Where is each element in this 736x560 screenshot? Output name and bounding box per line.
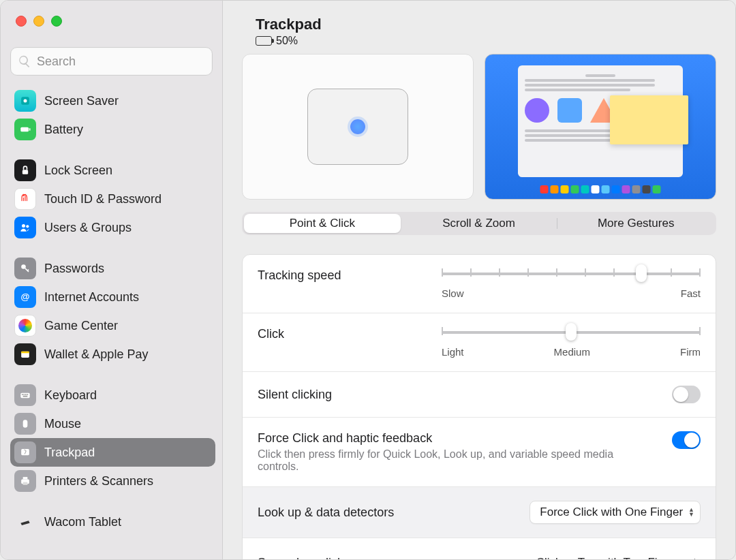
row-silent-clicking: Silent clicking: [243, 372, 716, 418]
sidebar-item-label: Battery: [44, 123, 83, 137]
svg-rect-16: [23, 396, 28, 397]
touch-indicator: [350, 119, 365, 134]
sidebar-item-label: Wacom Tablet: [44, 515, 121, 529]
force-click-switch[interactable]: [672, 431, 701, 449]
battery-level-icon: [256, 36, 272, 46]
click-slider[interactable]: Light Medium Firm: [442, 327, 701, 358]
sidebar: Screen Saver Battery Lock Screen Touch I…: [1, 1, 223, 559]
svg-point-1: [24, 99, 27, 103]
tab-label: More Gestures: [598, 217, 674, 230]
sidebar-item-touch-id[interactable]: Touch ID & Password: [10, 185, 215, 213]
secondary-click-select[interactable]: Click or Tap with Two Fingers ▲▼: [527, 552, 701, 559]
svg-rect-11: [20, 393, 29, 399]
svg-point-6: [26, 225, 29, 228]
chevron-up-down-icon: ▲▼: [692, 558, 698, 559]
svg-rect-21: [23, 482, 28, 485]
zoom-button[interactable]: [51, 16, 62, 27]
search-field[interactable]: [10, 47, 213, 76]
row-tracking-speed: Tracking speed Slow Fast: [243, 255, 716, 313]
battery-percent: 50%: [276, 35, 298, 47]
select-value: Force Click with One Finger: [540, 505, 683, 519]
sidebar-item-game-center[interactable]: Game Center: [10, 311, 215, 340]
gamecenter-icon: [14, 315, 36, 337]
look-up-select[interactable]: Force Click with One Finger ▲▼: [530, 501, 701, 524]
force-click-label: Force Click and haptic feedback: [258, 431, 639, 446]
trackpad-icon: [14, 441, 36, 463]
sidebar-item-printers[interactable]: Printers & Scanners: [10, 467, 215, 495]
keyboard-icon: [14, 384, 36, 406]
settings-panel: Tracking speed Slow Fast Click: [242, 254, 716, 559]
svg-rect-15: [27, 394, 29, 395]
tab-more-gestures[interactable]: More Gestures: [557, 214, 714, 233]
svg-point-7: [21, 264, 26, 269]
gesture-preview: [485, 54, 716, 200]
sidebar-item-label: Internet Accounts: [44, 290, 139, 305]
sidebar-item-label: Passwords: [44, 262, 104, 276]
sidebar-item-label: Trackpad: [44, 446, 95, 460]
sidebar-item-label: Keyboard: [44, 388, 97, 403]
tab-point-click[interactable]: Point & Click: [244, 214, 401, 233]
key-icon: [14, 258, 36, 279]
sidebar-item-wallet[interactable]: Wallet & Apple Pay: [10, 340, 215, 369]
sidebar-item-passwords[interactable]: Passwords: [10, 254, 215, 283]
look-up-label: Look up & data detectors: [258, 505, 394, 520]
sidebar-item-label: Mouse: [44, 417, 81, 431]
sidebar-item-screen-saver[interactable]: Screen Saver: [10, 87, 215, 115]
page-header: Trackpad 50%: [256, 16, 716, 47]
trackpad-shape: [307, 89, 408, 165]
tab-label: Scroll & Zoom: [442, 217, 515, 230]
dock-icons: [540, 185, 661, 193]
secondary-click-label: Secondary click: [258, 556, 343, 560]
sidebar-list: Screen Saver Battery Lock Screen Touch I…: [1, 84, 222, 559]
sidebar-item-keyboard[interactable]: Keyboard: [10, 381, 215, 409]
chevron-up-down-icon: ▲▼: [688, 508, 694, 517]
sidebar-item-users-groups[interactable]: Users & Groups: [10, 213, 215, 242]
search-input[interactable]: [37, 55, 205, 69]
sidebar-item-label: Touch ID & Password: [44, 192, 162, 206]
sidebar-item-battery[interactable]: Battery: [10, 115, 215, 144]
sidebar-item-label: Lock Screen: [44, 164, 112, 178]
sidebar-item-mouse[interactable]: Mouse: [10, 409, 215, 438]
sidebar-item-label: Wallet & Apple Pay: [44, 347, 148, 362]
sidebar-item-label: Screen Saver: [44, 94, 119, 108]
sidebar-item-trackpad[interactable]: Trackpad: [10, 438, 215, 467]
select-value: Click or Tap with Two Fingers: [536, 556, 686, 559]
slider-label-medium: Medium: [554, 346, 590, 358]
svg-text:@: @: [21, 292, 30, 302]
click-label: Click: [258, 327, 284, 341]
main-content: Trackpad 50%: [223, 1, 735, 559]
svg-rect-3: [29, 128, 31, 130]
tab-scroll-zoom[interactable]: Scroll & Zoom: [401, 214, 557, 233]
mouse-icon: [14, 413, 36, 435]
sidebar-item-label: Game Center: [44, 319, 118, 333]
screen-saver-icon: [14, 90, 36, 112]
tab-bar: Point & Click Scroll & Zoom More Gesture…: [242, 212, 716, 235]
svg-rect-13: [24, 394, 25, 395]
svg-rect-4: [22, 170, 28, 174]
users-icon: [14, 217, 36, 238]
minimize-button[interactable]: [33, 16, 44, 27]
lock-icon: [14, 159, 36, 181]
tab-label: Point & Click: [290, 217, 355, 230]
at-icon: @: [14, 286, 36, 308]
tracking-speed-label: Tracking speed: [258, 268, 341, 283]
page-title: Trackpad: [256, 16, 716, 33]
close-button[interactable]: [16, 16, 27, 27]
silent-clicking-switch[interactable]: [672, 386, 701, 403]
svg-rect-20: [23, 477, 28, 479]
svg-rect-2: [20, 127, 29, 132]
row-force-click: Force Click and haptic feedback Click th…: [243, 418, 716, 487]
sidebar-item-internet-accounts[interactable]: @ Internet Accounts: [10, 283, 215, 311]
svg-rect-17: [23, 420, 28, 428]
silent-clicking-label: Silent clicking: [258, 388, 332, 402]
slider-max-label: Fast: [681, 287, 701, 299]
svg-rect-10: [21, 352, 29, 354]
sidebar-item-wacom[interactable]: Wacom Tablet: [10, 508, 215, 536]
tracking-speed-slider[interactable]: Slow Fast: [442, 268, 701, 299]
battery-icon: [14, 119, 36, 140]
trackpad-preview: [242, 54, 474, 200]
svg-rect-14: [25, 394, 27, 395]
tablet-icon: [14, 511, 36, 533]
svg-point-5: [22, 224, 25, 228]
sidebar-item-lock-screen[interactable]: Lock Screen: [10, 156, 215, 185]
